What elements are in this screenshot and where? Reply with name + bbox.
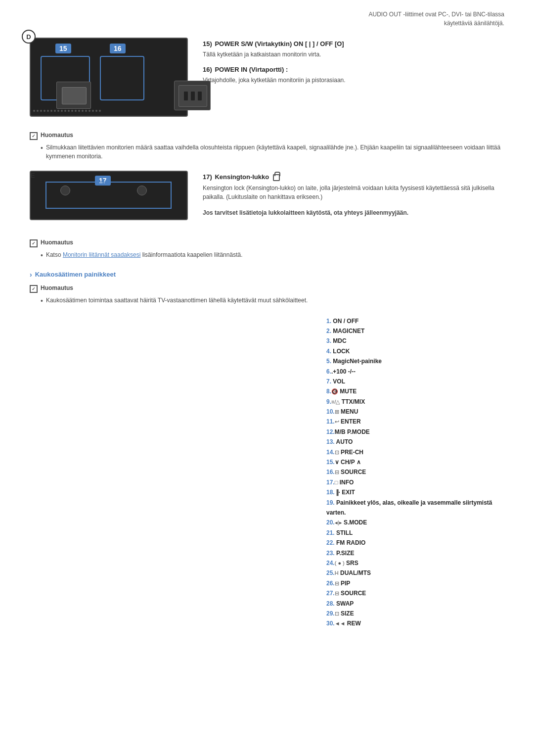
note-remote-content: • Kaukosäätimen toimintaa saattavat häir… [41, 296, 504, 306]
remote-list-item: 27.⊟ SOURCE [326, 588, 504, 598]
note-remote-icon: ✓ [30, 285, 38, 293]
item-16-title: 16) POWER IN (Virtaportti) : [203, 66, 504, 73]
remote-list-item: 7. VOL [326, 377, 504, 386]
device-e-diagram: E 17 [30, 171, 188, 220]
section-e-block: E 17 17) Kensington-lukko Kensington loc… [30, 171, 504, 224]
remote-list-item: 20.◂|▸ S.MODE [326, 518, 504, 527]
note-remote-label: Huomautus [41, 284, 73, 291]
note-d-header: ✓ Huomautus [30, 132, 504, 140]
port-15-label: 15 [55, 44, 71, 53]
remote-list-item: 14.⊡ PRE-CH [326, 447, 504, 457]
switch-inner [62, 87, 87, 104]
item-17-desc1: Kensington lock (Kensington-lukko) on la… [203, 184, 504, 201]
remote-list-item: 2. MAGICNET [326, 326, 504, 336]
remote-list-item: 1. ON / OFF [326, 316, 504, 326]
section-d-block: D 15 16 [30, 38, 504, 117]
port-box-left [41, 56, 90, 100]
remote-list-item: 29.⊡ SIZE [326, 609, 504, 618]
remote-list-item: 24.( ● ) SRS [326, 558, 504, 568]
note-e-label: Huomautus [41, 239, 73, 246]
remote-heading-text: Kaukosäätimen painikkeet [35, 271, 116, 278]
remote-list: 1. ON / OFF2. MAGICNET3. MDC4. LOCK5. Ma… [326, 316, 504, 629]
port-box-right [100, 56, 144, 100]
power-hole-2 [191, 92, 195, 100]
note-e-link[interactable]: Monitorin liitännät saadaksesi [63, 251, 140, 258]
arrow-icon: › [30, 271, 32, 279]
note-d-bullet-item: • Silmukkaan liitettävien monitorien mää… [41, 143, 504, 161]
note-e-bullet-item: • Katso Monitorin liitännät saadaksesi l… [41, 250, 504, 261]
remote-list-item: 26.⊟ PIP [326, 578, 504, 588]
remote-list-item: 17.□ INFO [326, 477, 504, 487]
switch-shape [56, 82, 91, 109]
note-e-icon: ✓ [30, 239, 38, 247]
section-d-label: D [22, 30, 36, 44]
section-e-desc: 17) Kensington-lukko Kensington lock (Ke… [203, 171, 504, 224]
remote-list-item: 21. STILL [326, 528, 504, 538]
power-inner [178, 85, 207, 107]
remote-list-item: 8.🔇 MUTE [326, 386, 504, 396]
section-d-image: D 15 16 [30, 38, 188, 117]
remote-list-item: 19. Painikkeet ylös, alas, oikealle ja v… [326, 498, 504, 518]
note-d-content: • Silmukkaan liitettävien monitorien mää… [41, 143, 504, 161]
remote-list-item: 25.H DUAL/MTS [326, 568, 504, 578]
remote-list-item: 15.∨ CH/P ∧ [326, 457, 504, 467]
port-16-label: 16 [110, 44, 126, 53]
note-d: ✓ Huomautus • Silmukkaan liitettävien mo… [30, 132, 504, 161]
remote-list-item: 23. P.SIZE [326, 548, 504, 558]
remote-list-item: 22. FM RADIO [326, 538, 504, 548]
kensington-lock-icon [273, 174, 280, 181]
item-15-desc: Tällä kytketään ja katkaistaan monitorin… [203, 50, 504, 59]
section-e-image: E 17 [30, 171, 188, 220]
remote-list-item: 13. AUTO [326, 437, 504, 447]
dots-row-d [31, 110, 187, 112]
remote-list-item: 28. SWAP [326, 599, 504, 609]
note-d-icon: ✓ [30, 132, 38, 140]
remote-list-item: 11.↩ ENTER [326, 417, 504, 426]
remote-section: › Kaukosäätimen painikkeet ✓ Huomautus •… [30, 271, 504, 629]
remote-list-item: 10.⊞ MENU [326, 407, 504, 417]
bullet-dot-e: • [41, 250, 43, 261]
screw-left [60, 186, 70, 195]
power-hole-3 [198, 92, 202, 100]
remote-list-item: 16.⊟ SOURCE [326, 467, 504, 477]
intro-text: AUDIO OUT -liittimet ovat PC-, DVI- tai … [30, 10, 504, 28]
device-d-diagram: D 15 16 [30, 38, 188, 117]
remote-list-item: 18.▐· EXIT [326, 487, 504, 497]
note-e-header: ✓ Huomautus [30, 239, 504, 247]
section-d-desc: 15) POWER S/W (Virtakytkin) ON [ | ] / O… [203, 38, 504, 92]
remote-list-item: 5. MagicNet-painike [326, 356, 504, 366]
note-remote-header: ✓ Huomautus [30, 284, 504, 293]
remote-list-item: 3. MDC [326, 336, 504, 346]
remote-list-item: 12.M/B P.MODE [326, 427, 504, 437]
note-remote: ✓ Huomautus • Kaukosäätimen toimintaa sa… [30, 284, 504, 306]
note-e-content: • Katso Monitorin liitännät saadaksesi l… [41, 250, 504, 261]
power-hole-1 [184, 92, 188, 100]
item-16-desc: Virtajohdolle, joka kytketään monitoriin… [203, 76, 504, 85]
note-e-text: Katso Monitorin liitännät saadaksesi lis… [46, 250, 243, 261]
screw-right [137, 186, 147, 195]
remote-list-item: 6..+100 -/-- [326, 367, 504, 377]
remote-heading: › Kaukosäätimen painikkeet [30, 271, 504, 279]
remote-list-item: 30.◄◄ REW [326, 618, 504, 628]
power-holes [184, 92, 202, 100]
note-d-label: Huomautus [41, 132, 73, 139]
item-17-title: 17) Kensington-lukko [203, 173, 504, 181]
power-connector [174, 81, 211, 110]
bullet-dot-remote: • [41, 296, 43, 306]
bullet-dot: • [41, 143, 43, 161]
remote-list-item: 9.≡/△ TTX/MIX [326, 397, 504, 407]
note-remote-bullet: • Kaukosäätimen toimintaa saattavat häir… [41, 296, 504, 306]
remote-list-item: 4. LOCK [326, 346, 504, 356]
item-15-title: 15) POWER S/W (Virtakytkin) ON [ | ] / O… [203, 40, 504, 47]
note-e: ✓ Huomautus • Katso Monitorin liitännät … [30, 239, 504, 261]
item-17-desc2: Jos tarvitset lisätietoja lukkolaitteen … [203, 208, 504, 217]
